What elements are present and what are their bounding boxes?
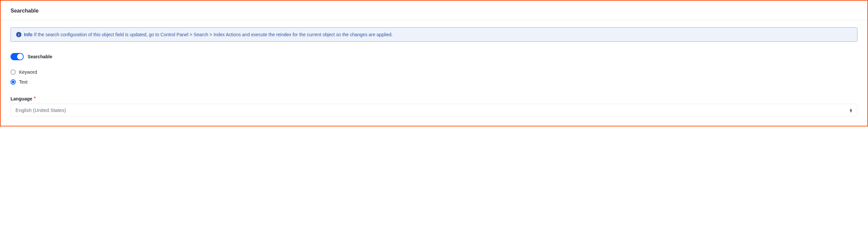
language-label: Language (10, 96, 32, 101)
radio-dot (12, 81, 14, 83)
language-label-row: Language * (10, 96, 858, 102)
panel-header: Searchable (1, 1, 867, 20)
language-select-wrapper: ▲ ▼ (10, 104, 858, 117)
toggle-knob (17, 54, 23, 60)
panel-body: i Info If the search configuration of th… (1, 20, 867, 126)
language-select[interactable] (10, 104, 858, 117)
radio-circle-checked (10, 79, 16, 85)
info-icon: i (16, 32, 21, 37)
searchable-toggle-label: Searchable (28, 54, 52, 59)
searchable-toggle[interactable] (10, 53, 24, 60)
alert-message: If the search configuration of this obje… (34, 32, 393, 37)
panel-title: Searchable (10, 8, 858, 14)
required-asterisk: * (34, 96, 36, 101)
alert-label: Info (24, 32, 33, 37)
search-type-radio-group: Keyword Text (10, 69, 858, 85)
radio-keyword-label: Keyword (19, 69, 37, 75)
radio-text-label: Text (19, 79, 28, 85)
searchable-panel: Searchable i Info If the search configur… (0, 0, 868, 126)
searchable-toggle-row: Searchable (10, 53, 858, 60)
radio-keyword[interactable]: Keyword (10, 69, 858, 75)
info-alert: i Info If the search configuration of th… (10, 27, 858, 42)
radio-circle-unchecked (10, 69, 16, 75)
language-form-group: Language * ▲ ▼ (10, 96, 858, 117)
radio-text[interactable]: Text (10, 79, 858, 85)
